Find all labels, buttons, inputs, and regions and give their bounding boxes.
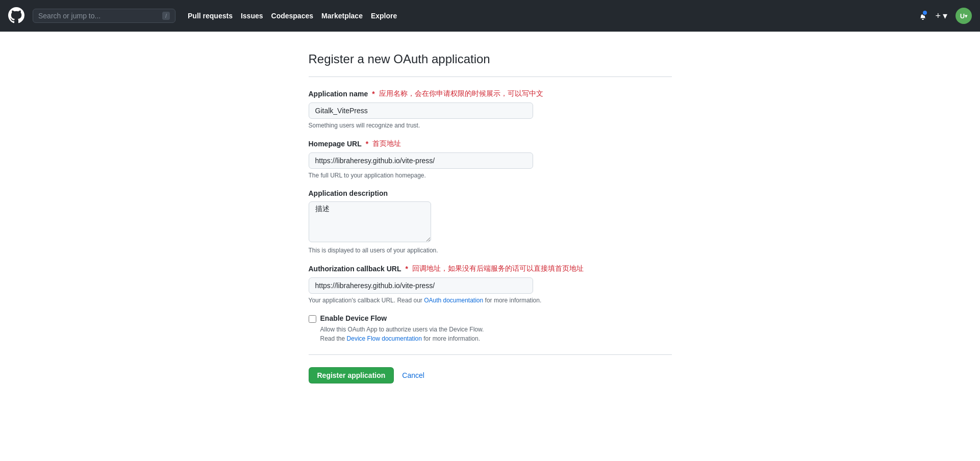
nav-explore[interactable]: Explore xyxy=(371,12,397,20)
device-flow-desc: Allow this OAuth App to authorize users … xyxy=(320,326,672,333)
callback-url-annotation: 回调地址，如果没有后端服务的话可以直接填首页地址 xyxy=(412,264,584,273)
device-flow-group: Enable Device Flow Allow this OAuth App … xyxy=(309,314,672,342)
callback-url-input[interactable] xyxy=(309,277,533,294)
title-divider xyxy=(309,76,672,77)
app-desc-hint: This is displayed to all users of your a… xyxy=(309,247,672,254)
cancel-button[interactable]: Cancel xyxy=(402,371,424,379)
homepage-url-annotation: 首页地址 xyxy=(372,139,401,148)
oauth-docs-link[interactable]: OAuth documentation xyxy=(424,297,483,304)
homepage-url-group: Homepage URL * 首页地址 The full URL to your… xyxy=(309,139,672,179)
header-nav: Pull requests Issues Codespaces Marketpl… xyxy=(188,12,397,20)
search-shortcut: / xyxy=(162,12,170,20)
app-name-annotation: 应用名称，会在你申请权限的时候展示，可以写中文 xyxy=(379,89,543,98)
app-name-input[interactable] xyxy=(309,103,533,119)
callback-url-label: Authorization callback URL * 回调地址，如果没有后端… xyxy=(309,264,672,273)
app-name-group: Application name * 应用名称，会在你申请权限的时候展示，可以写… xyxy=(309,89,672,129)
app-name-label-text: Application name xyxy=(309,90,368,98)
homepage-url-hint: The full URL to your application homepag… xyxy=(309,172,672,179)
callback-url-hint: Your application's callback URL. Read ou… xyxy=(309,297,672,304)
app-desc-label: Application description xyxy=(309,189,672,197)
register-application-button[interactable]: Register application xyxy=(309,367,394,383)
github-logo[interactable] xyxy=(8,7,24,25)
device-flow-checkbox[interactable] xyxy=(309,315,316,323)
callback-url-required: * xyxy=(406,265,408,273)
plus-icon: + xyxy=(935,11,941,21)
callback-hint-prefix: Your application's callback URL. Read ou… xyxy=(309,297,424,304)
search-bar[interactable]: / xyxy=(33,9,175,23)
user-avatar[interactable]: U ▾ xyxy=(956,8,972,24)
homepage-url-label: Homepage URL * 首页地址 xyxy=(309,139,672,148)
bottom-divider xyxy=(309,354,672,355)
main-content: Register a new OAuth application Applica… xyxy=(0,32,980,461)
device-flow-label[interactable]: Enable Device Flow xyxy=(320,314,387,322)
notifications-button[interactable] xyxy=(919,12,927,20)
header: / Pull requests Issues Codespaces Market… xyxy=(0,0,980,32)
nav-issues[interactable]: Issues xyxy=(241,12,263,20)
homepage-url-input[interactable] xyxy=(309,152,533,169)
app-desc-group: Application description 描述 This is displ… xyxy=(309,189,672,254)
nav-codespaces[interactable]: Codespaces xyxy=(271,12,313,20)
device-flow-link-suffix: for more information. xyxy=(422,335,480,342)
device-flow-docs-link[interactable]: Device Flow documentation xyxy=(347,335,422,342)
header-right: + ▾ U ▾ xyxy=(919,8,972,24)
device-flow-link-prefix: Read the xyxy=(320,335,347,342)
search-input[interactable] xyxy=(38,12,158,20)
callback-hint-suffix: for more information. xyxy=(483,297,541,304)
nav-pull-requests[interactable]: Pull requests xyxy=(188,12,233,20)
app-desc-label-text: Application description xyxy=(309,189,388,197)
homepage-url-required: * xyxy=(366,140,368,148)
create-dropdown-arrow: ▾ xyxy=(943,10,947,21)
nav-marketplace[interactable]: Marketplace xyxy=(321,12,363,20)
device-flow-checkbox-group: Enable Device Flow xyxy=(309,314,672,323)
form-actions: Register application Cancel xyxy=(309,367,672,383)
avatar-dropdown: ▾ xyxy=(965,13,967,19)
form-container: Register a new OAuth application Applica… xyxy=(296,52,684,383)
app-desc-textarea[interactable]: 描述 xyxy=(309,201,431,242)
app-name-hint: Something users will recognize and trust… xyxy=(309,122,672,129)
app-name-required: * xyxy=(372,90,374,98)
app-name-label: Application name * 应用名称，会在你申请权限的时候展示，可以写… xyxy=(309,89,672,98)
callback-url-label-text: Authorization callback URL xyxy=(309,265,401,273)
callback-url-group: Authorization callback URL * 回调地址，如果没有后端… xyxy=(309,264,672,304)
avatar-initials: U xyxy=(960,12,965,20)
device-flow-link-text: Read the Device Flow documentation for m… xyxy=(320,335,672,342)
homepage-url-label-text: Homepage URL xyxy=(309,140,362,148)
page-title: Register a new OAuth application xyxy=(309,52,672,66)
create-button[interactable]: + ▾ xyxy=(935,10,947,21)
